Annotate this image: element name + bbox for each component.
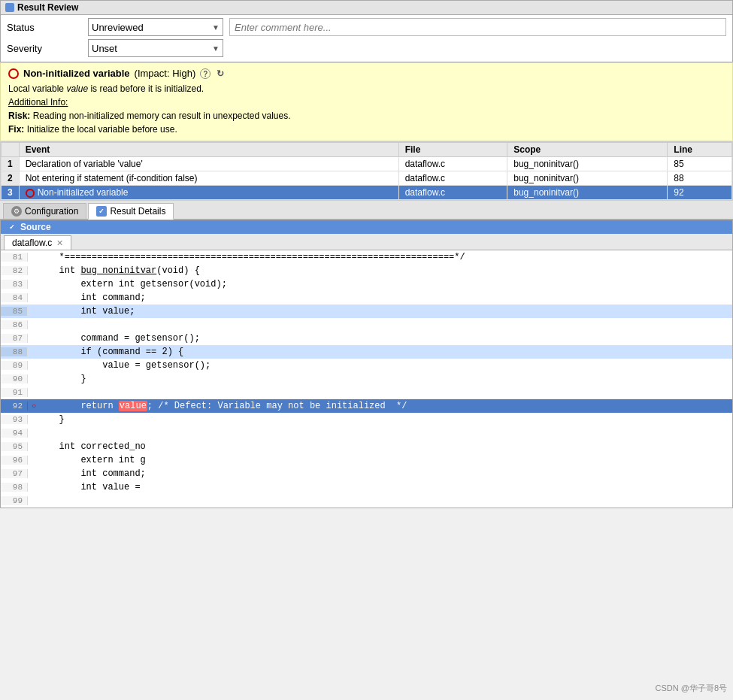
line-number: 85 — [1, 307, 28, 316]
alert-fix: Fix: Initialize the local variable befor… — [8, 123, 725, 136]
row-line: 88 — [668, 171, 732, 186]
highlighted-word: value — [119, 401, 147, 411]
line-content: int value = — [40, 482, 732, 492]
file-tab-name: dataflow.c — [12, 238, 52, 248]
table-row[interactable]: 3Non-initialized variabledataflow.cbug_n… — [2, 186, 732, 200]
line-number: 94 — [1, 429, 28, 438]
source-check-icon: ✓ — [7, 222, 17, 232]
code-area: 81 *====================================… — [1, 250, 732, 508]
code-line: 96 extern int g — [1, 453, 732, 467]
col-line: Line — [668, 143, 732, 157]
line-number: 81 — [1, 253, 28, 262]
file-tab-bar: dataflow.c ✕ — [1, 234, 732, 250]
code-line: 89 value = getsensor(); — [1, 359, 732, 372]
tab-configuration-label: Configuration — [25, 206, 78, 217]
status-arrow-icon: ▼ — [212, 23, 220, 32]
underlined-func: bug_noninitvar — [80, 265, 156, 276]
line-content: value = getsensor(); — [40, 360, 732, 371]
line-content: if (command == 2) { — [40, 347, 732, 357]
line-number: 83 — [1, 280, 28, 289]
file-tab-close-icon[interactable]: ✕ — [56, 238, 63, 248]
source-title: ✓ Source — [1, 220, 732, 234]
code-line: 81 *====================================… — [1, 250, 732, 264]
tab-result-details[interactable]: ✓ Result Details — [88, 203, 174, 220]
line-number: 95 — [1, 442, 28, 451]
code-line: 88 if (command == 2) { — [1, 345, 732, 359]
alert-risk: Risk: Reading non-initialized memory can… — [8, 109, 725, 123]
line-number: 84 — [1, 293, 28, 302]
row-file: dataflow.c — [398, 157, 507, 171]
tab-configuration[interactable]: ⚙ Configuration — [3, 203, 86, 219]
row-defect-icon — [26, 189, 35, 198]
code-line: 87 command = getsensor(); — [1, 332, 732, 345]
line-number: 91 — [1, 388, 28, 397]
row-scope: bug_noninitvar() — [507, 186, 668, 200]
line-content: *=======================================… — [40, 252, 732, 262]
row-file: dataflow.c — [398, 186, 507, 200]
severity-select[interactable]: Unset ▼ — [88, 39, 223, 57]
status-label: Status — [7, 22, 35, 33]
line-content: extern int getsensor(void); — [40, 279, 732, 289]
comment-input[interactable] — [229, 18, 726, 36]
alert-title: Non-initialized variable (Impact: High) … — [8, 68, 725, 79]
help-icon[interactable]: ? — [200, 68, 211, 79]
defect-circle-icon — [8, 68, 19, 79]
code-line: 91 — [1, 386, 732, 399]
events-table: Event File Scope Line 1Declaration of va… — [1, 142, 732, 200]
alert-body: Local variable value is read before it i… — [8, 82, 725, 136]
code-line: 97 int command; — [1, 467, 732, 480]
row-scope: bug_noninitvar() — [507, 157, 668, 171]
col-event: Event — [19, 143, 398, 157]
row-number: 2 — [2, 171, 20, 186]
line-number: 98 — [1, 483, 28, 492]
table-row[interactable]: 2Not entering if statement (if-condition… — [2, 171, 732, 186]
code-line: 82 int bug_noninitvar(void) { — [1, 264, 732, 277]
panel-title-text: Result Review — [17, 2, 78, 13]
code-line: 93 } — [1, 413, 732, 426]
line-marker: ○ — [28, 402, 40, 411]
line-number: 86 — [1, 320, 28, 329]
row-event: Non-initialized variable — [19, 186, 398, 200]
alert-section: Non-initialized variable (Impact: High) … — [0, 62, 733, 141]
code-line: 98 int value = — [1, 480, 732, 494]
line-content: } — [40, 374, 732, 384]
code-line: 95 int corrected_no — [1, 440, 732, 453]
check-icon: ✓ — [96, 206, 107, 217]
code-line: 84 int command; — [1, 291, 732, 305]
line-number: 97 — [1, 469, 28, 478]
file-tab-dataflow[interactable]: dataflow.c ✕ — [4, 235, 71, 250]
refresh-icon[interactable]: ↻ — [215, 68, 226, 79]
tabs-bar: ⚙ Configuration ✓ Result Details — [0, 201, 733, 220]
line-number: 87 — [1, 334, 28, 343]
line-number: 93 — [1, 415, 28, 424]
code-line: 94 — [1, 426, 732, 440]
status-select[interactable]: Unreviewed ▼ — [88, 18, 223, 36]
line-number: 99 — [1, 496, 28, 505]
table-header-row: Event File Scope Line — [2, 143, 732, 157]
events-table-body: 1Declaration of variable 'value'dataflow… — [2, 157, 732, 200]
line-content: int corrected_no — [40, 441, 732, 452]
alert-var: value — [66, 83, 88, 94]
tab-result-details-label: Result Details — [110, 206, 165, 217]
result-review-title: Result Review — [1, 1, 732, 15]
line-content: int bug_noninitvar(void) { — [40, 265, 732, 276]
line-content: return value; /* Defect: Variable may no… — [40, 401, 732, 411]
code-line: 92○ return value; /* Defect: Variable ma… — [1, 399, 732, 413]
table-row[interactable]: 1Declaration of variable 'value'dataflow… — [2, 157, 732, 171]
line-content: int command; — [40, 468, 732, 479]
row-scope: bug_noninitvar() — [507, 171, 668, 186]
alert-description: Local variable value is read before it i… — [8, 82, 725, 95]
source-panel: ✓ Source dataflow.c ✕ 81 *==============… — [0, 220, 733, 508]
code-line: 85 int value; — [1, 305, 732, 318]
gear-icon: ⚙ — [11, 206, 22, 217]
line-content: int value; — [40, 306, 732, 317]
row-event: Not entering if statement (if-condition … — [19, 171, 398, 186]
result-review-panel: Result Review Status Unreviewed ▼ Severi… — [0, 0, 733, 62]
line-content: extern int g — [40, 455, 732, 465]
row-line: 85 — [668, 157, 732, 171]
line-number: 96 — [1, 456, 28, 465]
row-event: Declaration of variable 'value' — [19, 157, 398, 171]
alert-name: Non-initialized variable — [23, 68, 130, 79]
panel-icon — [5, 3, 14, 12]
status-value: Unreviewed — [92, 22, 144, 33]
